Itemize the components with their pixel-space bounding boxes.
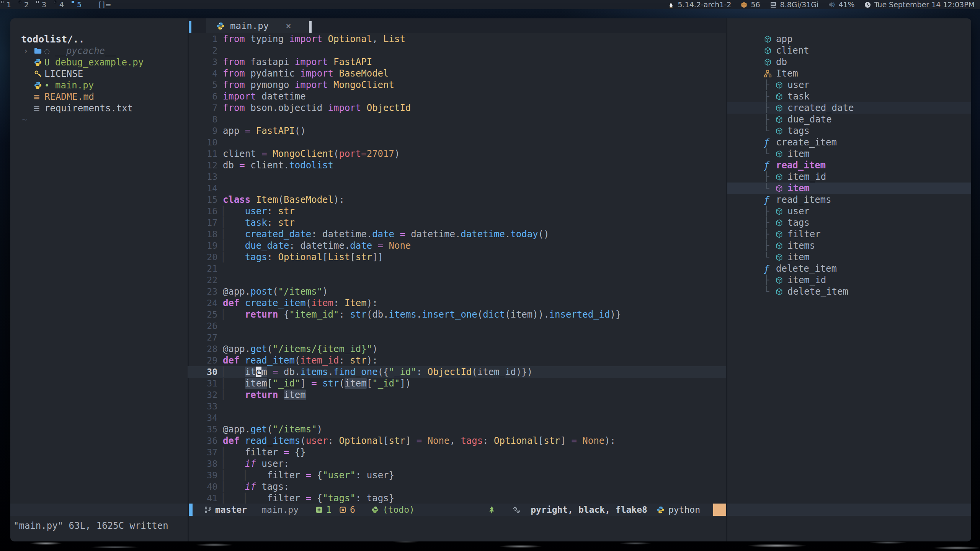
tab-close-icon[interactable]: × [286, 21, 291, 31]
code-line-32[interactable]: 32▏ return item [188, 389, 726, 401]
outline-symbol-db[interactable]: db [727, 56, 971, 68]
workspace-tag-1[interactable]: 1 [0, 0, 18, 9]
code-line-22[interactable]: 22 [188, 274, 726, 286]
key-icon [34, 70, 44, 78]
code-line-17[interactable]: 17▏ task: str [188, 217, 726, 228]
code-line-13[interactable]: 13 [188, 171, 726, 183]
tree-connector: ├ [764, 103, 775, 113]
function-icon: ƒ [764, 137, 776, 148]
variable-cube-icon [775, 81, 787, 89]
outline-symbol-item[interactable]: └item [727, 148, 971, 160]
code-line-12[interactable]: 12db = client.todolist [188, 160, 726, 171]
code-line-39[interactable]: 39▏ ▏ filter = {"user": user} [188, 469, 726, 481]
code-line-33[interactable]: 33 [188, 401, 726, 412]
symbol-label: task [787, 91, 810, 102]
code-line-10[interactable]: 10 [188, 137, 726, 148]
outline-symbol-items[interactable]: ├items [727, 240, 971, 251]
code-line-6[interactable]: 6import datetime [188, 91, 726, 102]
code-line-20[interactable]: 20▏ tags: Optional[List[str]] [188, 251, 726, 263]
line-number: 32 [188, 390, 223, 400]
outline-symbol-task[interactable]: ├task [727, 91, 971, 102]
outline-symbol-user[interactable]: ├user [727, 205, 971, 217]
txt-icon: ≡ [34, 103, 44, 114]
outline-symbol-item[interactable]: └item [727, 183, 971, 194]
code-line-21[interactable]: 21 [188, 263, 726, 274]
outline-symbol-tags[interactable]: ├tags [727, 217, 971, 228]
outline-symbol-created_date[interactable]: ├created_date [727, 102, 971, 114]
code-line-40[interactable]: 40▏ if tags: [188, 481, 726, 492]
outline-symbol-delete_item[interactable]: ƒdelete_item [727, 263, 971, 274]
volume-icon [828, 1, 835, 8]
code-line-11[interactable]: 11client = MongoClient(port=27017) [188, 148, 726, 160]
tab-main-py[interactable]: main.py × [206, 18, 310, 33]
file-name: README.md [44, 91, 94, 102]
git-branch-name[interactable]: master [215, 505, 247, 515]
code-line-1[interactable]: 1from typing import Optional, List [188, 33, 726, 45]
file-tree-root[interactable]: todolist/.. [10, 34, 188, 45]
code-line-36[interactable]: 36def read_items(user: Optional[str] = N… [188, 435, 726, 447]
file-tree-item-readme-md[interactable]: ≡README.md [10, 91, 188, 103]
outline-symbol-item_id[interactable]: ├item_id [727, 171, 971, 183]
outline-symbol-create_item[interactable]: ƒcreate_item [727, 137, 971, 148]
line-number: 17 [188, 218, 223, 228]
file-tree-item-license[interactable]: LICENSE [10, 68, 188, 80]
workspace-tag-3[interactable]: 3 [35, 0, 53, 9]
workspace-tag-5-active[interactable]: 5 [70, 0, 88, 9]
workspace-tag-4[interactable]: 4 [53, 0, 70, 9]
code-line-38[interactable]: 38▏ if user: [188, 458, 726, 469]
code-line-30[interactable]: 30▏ item = db.items.find_one({"_id": Obj… [188, 366, 726, 378]
outline-symbol-user[interactable]: ├user [727, 79, 971, 91]
tree-statusline [10, 504, 188, 516]
code-line-31[interactable]: 31▏ item["_id"] = str(item["_id"]) [188, 378, 726, 389]
line-number: 29 [188, 355, 223, 365]
outline-symbol-due_date[interactable]: ├due_date [727, 114, 971, 125]
outline-symbol-item[interactable]: └item [727, 251, 971, 263]
python-icon [34, 81, 44, 90]
code-line-28[interactable]: 28@app.get("/items/{item_id}") [188, 343, 726, 355]
code-line-25[interactable]: 25▏ return {"item_id": str(db.items.inse… [188, 309, 726, 320]
code-line-16[interactable]: 16▏ user: str [188, 205, 726, 217]
cmdline-message: "main.py" 63L, 1625C written [13, 520, 168, 531]
tag-indicator [72, 1, 74, 3]
code-line-26[interactable]: 26 [188, 320, 726, 332]
code-line-41[interactable]: 41▏ ▏ filter = {"tags": tags} [188, 492, 726, 504]
code-line-34[interactable]: 34 [188, 412, 726, 424]
code-line-18[interactable]: 18▏ created_date: datetime.date = dateti… [188, 228, 726, 240]
code-line-19[interactable]: 19▏ due_date: datetime.date = None [188, 240, 726, 251]
file-tree-item-debug-example-py[interactable]: Udebug_example.py [10, 57, 188, 68]
line-number: 21 [188, 264, 223, 274]
workspace-tag-2[interactable]: 2 [18, 0, 35, 9]
file-tree-item-requirements-txt[interactable]: ≡requirements.txt [10, 103, 188, 114]
outline-symbol-tags[interactable]: └tags [727, 125, 971, 137]
code-line-3[interactable]: 3from fastapi import FastAPI [188, 56, 726, 68]
code-text: ▏ return item [223, 390, 306, 400]
line-number: 1 [188, 34, 223, 44]
outline-symbol-read_item[interactable]: ƒread_item [727, 160, 971, 171]
code-line-5[interactable]: 5from pymongo import MongoClient [188, 79, 726, 91]
line-number: 30 [188, 367, 223, 377]
outline-symbol-filter[interactable]: ├filter [727, 228, 971, 240]
code-line-37[interactable]: 37▏ filter = {} [188, 447, 726, 458]
file-tree-item--pycache-[interactable]: ›◌__pycache__ [10, 45, 188, 57]
file-tree-item-main-py[interactable]: •main.py [10, 80, 188, 91]
outline-symbol-Item[interactable]: Item [727, 68, 971, 79]
layout-symbol[interactable]: []= [99, 0, 112, 9]
outline-symbol-client[interactable]: client [727, 45, 971, 56]
outline-symbol-app[interactable]: app [727, 33, 971, 45]
code-line-29[interactable]: 29def read_item(item_id: str): [188, 355, 726, 366]
outline-symbol-item_id[interactable]: ├item_id [727, 274, 971, 286]
code-line-14[interactable]: 14 [188, 183, 726, 194]
outline-symbol-delete_item[interactable]: └delete_item [727, 286, 971, 297]
code-line-4[interactable]: 4from pydantic import BaseModel [188, 68, 726, 79]
code-line-7[interactable]: 7from bson.objectid import ObjectId [188, 102, 726, 114]
code-line-23[interactable]: 23@app.post("/items") [188, 286, 726, 297]
code-line-2[interactable]: 2 [188, 45, 726, 56]
variable-cube-icon [775, 116, 787, 124]
code-line-35[interactable]: 35@app.get("/items") [188, 424, 726, 435]
code-line-24[interactable]: 24def create_item(item: Item): [188, 297, 726, 309]
code-line-8[interactable]: 8 [188, 114, 726, 125]
code-line-27[interactable]: 27 [188, 332, 726, 343]
code-line-15[interactable]: 15class Item(BaseModel): [188, 194, 726, 205]
code-line-9[interactable]: 9app = FastAPI() [188, 125, 726, 137]
outline-symbol-read_items[interactable]: ƒread_items [727, 194, 971, 205]
